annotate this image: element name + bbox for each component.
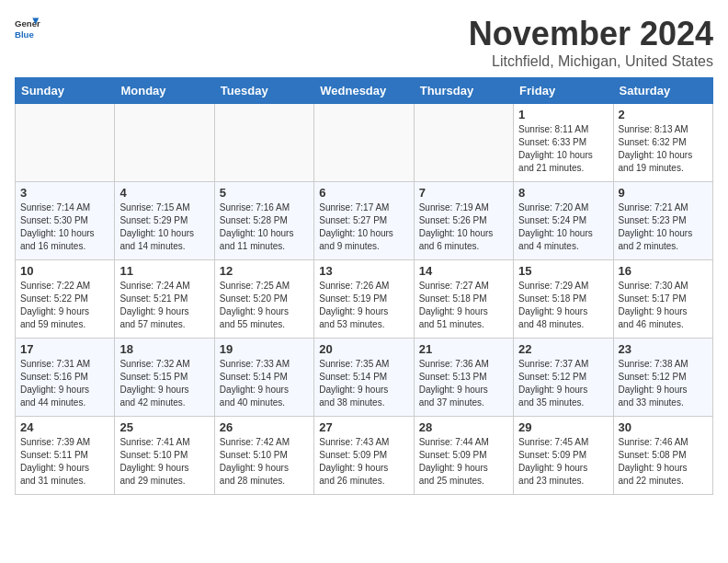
day-cell: 13Sunrise: 7:26 AM Sunset: 5:19 PM Dayli… <box>314 260 414 339</box>
day-info: Sunrise: 7:39 AM Sunset: 5:11 PM Dayligh… <box>20 436 109 488</box>
day-cell: 3Sunrise: 7:14 AM Sunset: 5:30 PM Daylig… <box>16 182 115 260</box>
location-title: Litchfield, Michigan, United States <box>469 53 713 70</box>
week-row-4: 17Sunrise: 7:31 AM Sunset: 5:16 PM Dayli… <box>16 339 713 417</box>
day-cell: 21Sunrise: 7:36 AM Sunset: 5:13 PM Dayli… <box>414 339 513 417</box>
week-row-5: 24Sunrise: 7:39 AM Sunset: 5:11 PM Dayli… <box>16 417 713 495</box>
day-info: Sunrise: 7:45 AM Sunset: 5:09 PM Dayligh… <box>518 436 608 488</box>
day-info: Sunrise: 7:43 AM Sunset: 5:09 PM Dayligh… <box>319 436 408 488</box>
day-cell: 10Sunrise: 7:22 AM Sunset: 5:22 PM Dayli… <box>16 260 115 339</box>
day-cell: 19Sunrise: 7:33 AM Sunset: 5:14 PM Dayli… <box>214 339 313 417</box>
week-row-1: 1Sunrise: 8:11 AM Sunset: 6:33 PM Daylig… <box>16 104 713 182</box>
day-cell: 18Sunrise: 7:32 AM Sunset: 5:15 PM Dayli… <box>115 339 214 417</box>
day-cell: 20Sunrise: 7:35 AM Sunset: 5:14 PM Dayli… <box>314 339 414 417</box>
logo: General Blue <box>15 15 40 40</box>
day-info: Sunrise: 7:30 AM Sunset: 5:17 PM Dayligh… <box>619 280 708 331</box>
day-cell: 9Sunrise: 7:21 AM Sunset: 5:23 PM Daylig… <box>613 182 712 260</box>
day-number: 8 <box>518 186 608 200</box>
day-cell: 30Sunrise: 7:46 AM Sunset: 5:08 PM Dayli… <box>613 417 712 495</box>
day-info: Sunrise: 7:29 AM Sunset: 5:18 PM Dayligh… <box>518 280 608 331</box>
day-cell: 8Sunrise: 7:20 AM Sunset: 5:24 PM Daylig… <box>514 182 613 260</box>
day-info: Sunrise: 7:27 AM Sunset: 5:18 PM Dayligh… <box>419 280 508 331</box>
day-cell: 11Sunrise: 7:24 AM Sunset: 5:21 PM Dayli… <box>115 260 214 339</box>
day-number: 24 <box>20 420 109 434</box>
day-number: 27 <box>319 420 408 434</box>
day-number: 3 <box>20 186 109 200</box>
day-cell: 12Sunrise: 7:25 AM Sunset: 5:20 PM Dayli… <box>214 260 313 339</box>
day-number: 17 <box>20 342 109 356</box>
month-title: November 2024 <box>469 15 713 53</box>
day-cell: 16Sunrise: 7:30 AM Sunset: 5:17 PM Dayli… <box>613 260 712 339</box>
day-info: Sunrise: 7:35 AM Sunset: 5:14 PM Dayligh… <box>319 358 408 409</box>
weekday-header-wednesday: Wednesday <box>314 78 414 104</box>
day-info: Sunrise: 7:42 AM Sunset: 5:10 PM Dayligh… <box>220 436 309 488</box>
day-cell: 6Sunrise: 7:17 AM Sunset: 5:27 PM Daylig… <box>314 182 414 260</box>
day-number: 22 <box>518 342 608 356</box>
week-row-2: 3Sunrise: 7:14 AM Sunset: 5:30 PM Daylig… <box>16 182 713 260</box>
day-cell: 22Sunrise: 7:37 AM Sunset: 5:12 PM Dayli… <box>514 339 613 417</box>
day-number: 2 <box>619 108 708 121</box>
day-number: 1 <box>518 108 608 121</box>
day-cell: 17Sunrise: 7:31 AM Sunset: 5:16 PM Dayli… <box>16 339 115 417</box>
day-number: 4 <box>119 186 209 200</box>
weekday-header-tuesday: Tuesday <box>214 78 313 104</box>
weekday-header-thursday: Thursday <box>414 78 513 104</box>
day-cell: 27Sunrise: 7:43 AM Sunset: 5:09 PM Dayli… <box>314 417 414 495</box>
day-cell: 14Sunrise: 7:27 AM Sunset: 5:18 PM Dayli… <box>414 260 513 339</box>
day-number: 23 <box>619 342 708 356</box>
day-info: Sunrise: 8:13 AM Sunset: 6:32 PM Dayligh… <box>619 123 708 175</box>
day-number: 12 <box>220 264 309 278</box>
day-info: Sunrise: 7:24 AM Sunset: 5:21 PM Dayligh… <box>119 280 209 331</box>
day-info: Sunrise: 7:33 AM Sunset: 5:14 PM Dayligh… <box>220 358 309 409</box>
day-number: 16 <box>619 264 708 278</box>
day-number: 20 <box>319 342 408 356</box>
day-info: Sunrise: 7:44 AM Sunset: 5:09 PM Dayligh… <box>419 436 508 488</box>
weekday-header-saturday: Saturday <box>613 78 712 104</box>
day-info: Sunrise: 7:21 AM Sunset: 5:23 PM Dayligh… <box>619 201 708 253</box>
day-cell <box>314 104 414 182</box>
weekday-header-sunday: Sunday <box>16 78 115 104</box>
day-cell: 26Sunrise: 7:42 AM Sunset: 5:10 PM Dayli… <box>214 417 313 495</box>
svg-text:Blue: Blue <box>15 29 34 40</box>
day-info: Sunrise: 7:14 AM Sunset: 5:30 PM Dayligh… <box>20 201 109 253</box>
day-info: Sunrise: 7:22 AM Sunset: 5:22 PM Dayligh… <box>20 280 109 331</box>
weekday-header-friday: Friday <box>514 78 613 104</box>
day-number: 26 <box>220 420 309 434</box>
week-row-3: 10Sunrise: 7:22 AM Sunset: 5:22 PM Dayli… <box>16 260 713 339</box>
day-info: Sunrise: 7:38 AM Sunset: 5:12 PM Dayligh… <box>619 358 708 409</box>
day-number: 14 <box>419 264 508 278</box>
day-cell: 15Sunrise: 7:29 AM Sunset: 5:18 PM Dayli… <box>514 260 613 339</box>
day-cell: 28Sunrise: 7:44 AM Sunset: 5:09 PM Dayli… <box>414 417 513 495</box>
day-info: Sunrise: 7:15 AM Sunset: 5:29 PM Dayligh… <box>119 201 209 253</box>
day-info: Sunrise: 7:26 AM Sunset: 5:19 PM Dayligh… <box>319 280 408 331</box>
weekday-header-row: SundayMondayTuesdayWednesdayThursdayFrid… <box>16 78 713 104</box>
day-cell: 29Sunrise: 7:45 AM Sunset: 5:09 PM Dayli… <box>514 417 613 495</box>
day-number: 21 <box>419 342 508 356</box>
day-number: 28 <box>419 420 508 434</box>
day-info: Sunrise: 7:41 AM Sunset: 5:10 PM Dayligh… <box>119 436 209 488</box>
day-number: 13 <box>319 264 408 278</box>
day-info: Sunrise: 7:36 AM Sunset: 5:13 PM Dayligh… <box>419 358 508 409</box>
title-section: November 2024 Litchfield, Michigan, Unit… <box>469 15 713 70</box>
day-number: 9 <box>619 186 708 200</box>
weekday-header-monday: Monday <box>115 78 214 104</box>
day-info: Sunrise: 8:11 AM Sunset: 6:33 PM Dayligh… <box>518 123 608 175</box>
day-number: 19 <box>220 342 309 356</box>
day-cell <box>214 104 313 182</box>
day-info: Sunrise: 7:20 AM Sunset: 5:24 PM Dayligh… <box>518 201 608 253</box>
day-number: 15 <box>518 264 608 278</box>
day-cell: 5Sunrise: 7:16 AM Sunset: 5:28 PM Daylig… <box>214 182 313 260</box>
day-cell <box>16 104 115 182</box>
day-cell: 2Sunrise: 8:13 AM Sunset: 6:32 PM Daylig… <box>613 104 712 182</box>
day-number: 6 <box>319 186 408 200</box>
day-cell: 4Sunrise: 7:15 AM Sunset: 5:29 PM Daylig… <box>115 182 214 260</box>
day-cell <box>115 104 214 182</box>
day-number: 18 <box>119 342 209 356</box>
calendar-table: SundayMondayTuesdayWednesdayThursdayFrid… <box>15 77 713 495</box>
logo-icon: General Blue <box>15 15 40 40</box>
day-cell: 24Sunrise: 7:39 AM Sunset: 5:11 PM Dayli… <box>16 417 115 495</box>
day-info: Sunrise: 7:25 AM Sunset: 5:20 PM Dayligh… <box>220 280 309 331</box>
day-info: Sunrise: 7:37 AM Sunset: 5:12 PM Dayligh… <box>518 358 608 409</box>
day-number: 5 <box>220 186 309 200</box>
day-number: 25 <box>119 420 209 434</box>
day-number: 30 <box>619 420 708 434</box>
